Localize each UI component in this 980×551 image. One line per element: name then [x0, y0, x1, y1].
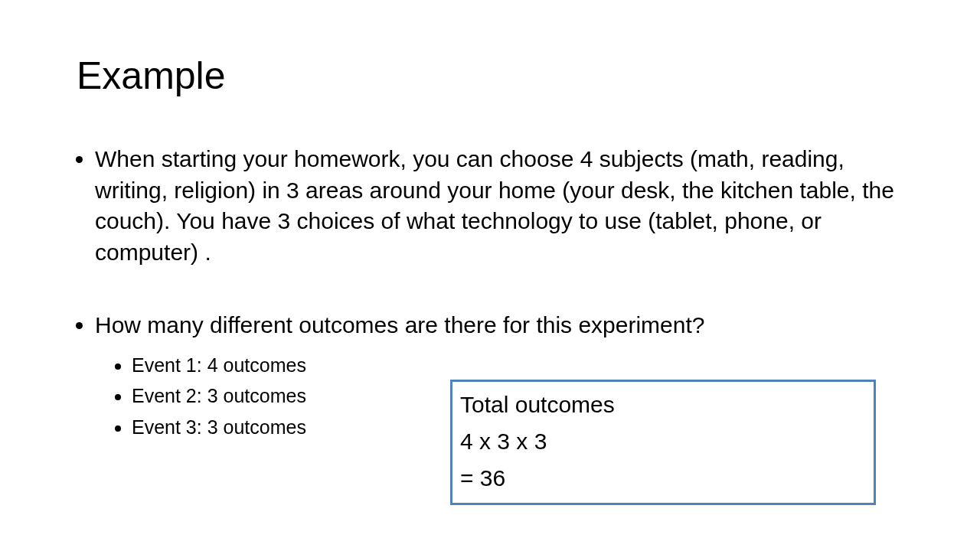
answer-expression: 4 x 3 x 3 — [460, 423, 866, 460]
answer-label: Total outcomes — [460, 386, 866, 423]
question-text: How many different outcomes are there fo… — [95, 312, 705, 337]
answer-box: Total outcomes 4 x 3 x 3 = 36 — [450, 380, 876, 505]
event-1: Event 1: 4 outcomes — [132, 350, 903, 380]
answer-result: = 36 — [460, 460, 866, 497]
slide: Example When starting your homework, you… — [0, 0, 980, 551]
problem-bullet: When starting your homework, you can cho… — [95, 144, 903, 268]
slide-title: Example — [77, 54, 903, 98]
